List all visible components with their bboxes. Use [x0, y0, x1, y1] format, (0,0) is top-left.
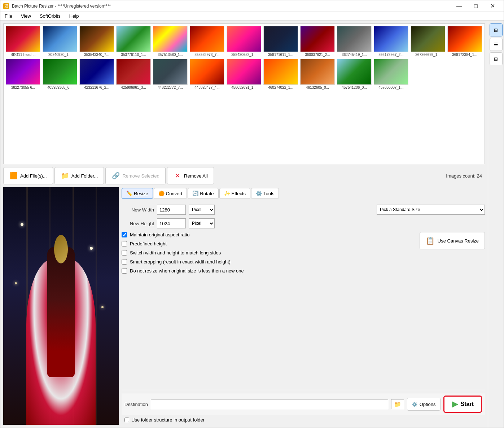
folder-structure-checkbox[interactable] [124, 418, 129, 422]
list-item[interactable]: 423211676_2... [79, 58, 115, 90]
list-item[interactable]: 358430652_1... [226, 25, 262, 57]
tab-convert[interactable]: 🟠 Convert [154, 188, 187, 199]
new-width-input[interactable] [157, 205, 186, 215]
resize-tab-label: Resize [134, 191, 148, 196]
list-item[interactable]: 369172384_1... [447, 25, 483, 57]
list-item[interactable]: 403959305_6... [42, 58, 78, 90]
thumbnail-label: 358430652_1... [227, 53, 261, 57]
thumbnail-image [337, 26, 372, 52]
thumbnail-image [43, 59, 77, 85]
switch-sides-checkbox[interactable] [122, 250, 127, 256]
tab-rotate[interactable]: 🔄 Rotate [188, 188, 218, 199]
new-height-unit-select[interactable]: Pixel Percent cm mm inch [189, 218, 215, 228]
list-item[interactable]: 360037821_2... [299, 25, 336, 57]
list-item[interactable]: 456032691_1... [226, 58, 262, 90]
menu-file[interactable]: File [3, 13, 14, 19]
options-button[interactable]: ⚙️ Options [407, 398, 441, 411]
thumbnail-label: 46132605_0... [300, 86, 335, 89]
maximize-button[interactable]: □ [468, 0, 484, 12]
destination-section: Destination 📁 ⚙️ Options ▶ St [122, 390, 485, 425]
view-list-button[interactable]: ☰ [490, 38, 503, 51]
maintain-aspect-checkbox[interactable] [122, 232, 127, 237]
options-label: Options [420, 402, 436, 407]
no-resize-label: Do not resize when original size is less… [130, 268, 244, 274]
list-item[interactable]: 367366699_1... [410, 25, 446, 57]
destination-input[interactable] [151, 399, 388, 409]
list-item[interactable]: 353776110_1... [115, 25, 152, 57]
remove-selected-icon: 🔗 [111, 171, 120, 180]
new-height-input[interactable] [157, 218, 186, 228]
bottom-area: ✏️ Resize 🟠 Convert 🔄 Rotate ✨ [3, 187, 485, 425]
thumbnail-label: 423211676_2... [79, 86, 114, 89]
new-width-unit-select[interactable]: Pixel Percent cm mm inch [189, 205, 215, 215]
canvas-icon: 📋 [426, 236, 435, 245]
thumbnail-label: 460274022_1... [263, 86, 298, 89]
menu-help[interactable]: Help [68, 13, 80, 19]
minimize-button[interactable]: — [451, 0, 468, 12]
list-item[interactable]: 46132605_0... [299, 58, 336, 90]
start-button[interactable]: ▶ Start [443, 396, 482, 413]
maintain-aspect-row[interactable]: Maintain original aspect ratio [122, 232, 411, 237]
thumbnail-label: 425996961_3... [116, 86, 151, 89]
menu-view[interactable]: View [19, 13, 32, 19]
menu-softorbits[interactable]: SoftOrbits [38, 13, 62, 19]
list-item[interactable]: 20240930_1... [42, 25, 78, 57]
height-row: New Height Pixel Percent cm mm inch [122, 218, 485, 228]
list-item[interactable]: 357513580_1... [152, 25, 188, 57]
no-resize-row[interactable]: Do not resize when original size is less… [122, 268, 411, 274]
tab-resize[interactable]: ✏️ Resize [122, 188, 153, 199]
thumbnail-image [337, 59, 372, 85]
add-folder-button[interactable]: 📁 Add Folder... [54, 167, 104, 184]
thumbnail-image [190, 59, 224, 85]
thumbnail-image [190, 26, 224, 52]
canvas-resize-button[interactable]: 📋 Use Canvas Resize [420, 232, 485, 249]
grid-small-icon: ⊟ [494, 56, 498, 62]
tabs-row: ✏️ Resize 🟠 Convert 🔄 Rotate ✨ [122, 188, 485, 199]
tab-effects[interactable]: ✨ Effects [219, 188, 251, 199]
list-item[interactable]: 353543340_7... [79, 25, 115, 57]
list-item[interactable]: 448222772_7... [152, 58, 188, 90]
thumbnail-image [43, 26, 77, 52]
list-item[interactable]: 358171611_1... [263, 25, 299, 57]
destination-label: Destination [124, 402, 148, 407]
destination-folder-icon: 📁 [394, 401, 401, 408]
folder-structure-row[interactable]: Use folder structure in output folder [124, 417, 205, 423]
close-button[interactable]: ✕ [484, 0, 501, 12]
view-small-grid-button[interactable]: ⊟ [490, 52, 503, 65]
remove-selected-button[interactable]: 🔗 Remove Selected [105, 167, 166, 184]
thumbnail-label: 367366699_1... [411, 53, 445, 57]
tab-tools[interactable]: ⚙️ Tools [251, 188, 279, 199]
image-gallery[interactable]: BKG11-head-...20240930_1...353543340_7..… [3, 23, 485, 164]
list-item[interactable]: 358532973_7... [189, 25, 225, 57]
list-item[interactable]: 457050007_1... [373, 58, 409, 90]
view-large-grid-button[interactable]: ⊞ [490, 23, 503, 36]
list-item[interactable]: 448828477_4... [189, 58, 225, 90]
list-item[interactable]: 425996961_3... [115, 58, 152, 90]
thumbnail-image [79, 26, 114, 52]
convert-tab-icon: 🟠 [158, 191, 165, 196]
list-item[interactable]: 366178957_2... [373, 25, 409, 57]
thumbnail-image [263, 59, 298, 85]
predefined-height-checkbox[interactable] [122, 241, 127, 246]
list-item[interactable]: 457541206_0... [336, 58, 372, 90]
destination-folder-button[interactable]: 📁 [391, 399, 404, 409]
canvas-resize-label: Use Canvas Resize [438, 238, 479, 244]
list-item[interactable]: 362745419_1... [336, 25, 372, 57]
list-item[interactable]: 460274022_1... [263, 58, 299, 90]
predefined-height-row[interactable]: Predefined height [122, 241, 411, 246]
switch-sides-row[interactable]: Switch width and height to match long si… [122, 250, 411, 256]
standard-size-select[interactable]: Pick a Standard Size [377, 205, 485, 215]
add-files-button[interactable]: 🟧 Add File(s)... [3, 167, 53, 184]
thumbnail-image [411, 26, 445, 52]
thumbnail-image [300, 59, 335, 85]
remove-all-button[interactable]: ✕ Remove All [167, 167, 214, 184]
no-resize-checkbox[interactable] [122, 268, 127, 274]
settings-pane: ✏️ Resize 🟠 Convert 🔄 Rotate ✨ [122, 187, 485, 425]
list-item[interactable]: 382273055 6... [5, 58, 41, 90]
thumbnail-label: 353543340_7... [79, 53, 114, 57]
spacer [122, 276, 485, 388]
smart-crop-row[interactable]: Smart cropping (result in exact width an… [122, 259, 411, 265]
smart-crop-checkbox[interactable] [122, 259, 127, 265]
tools-tab-label: Tools [263, 191, 274, 196]
list-item[interactable]: BKG11-head-... [5, 25, 41, 57]
